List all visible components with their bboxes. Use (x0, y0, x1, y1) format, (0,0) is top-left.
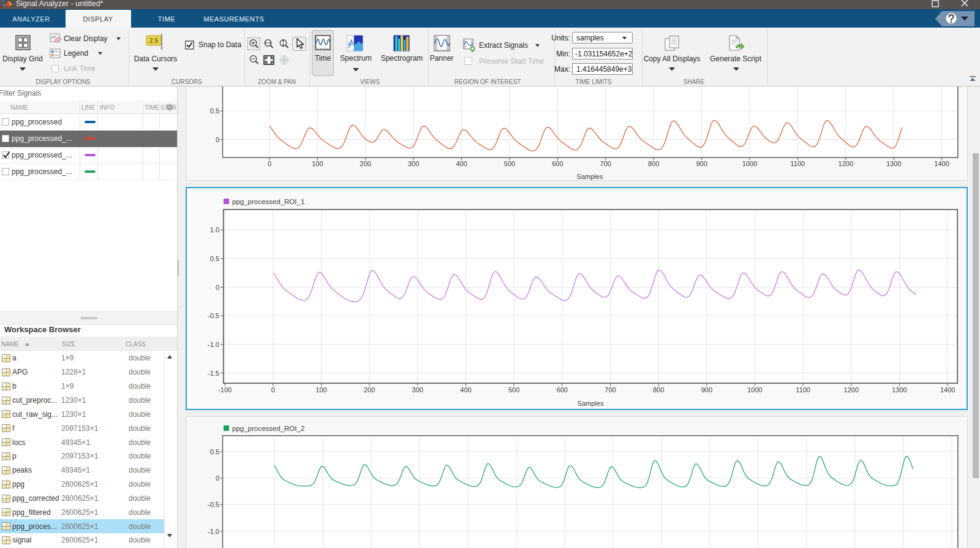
svg-text:2.5: 2.5 (149, 37, 158, 44)
